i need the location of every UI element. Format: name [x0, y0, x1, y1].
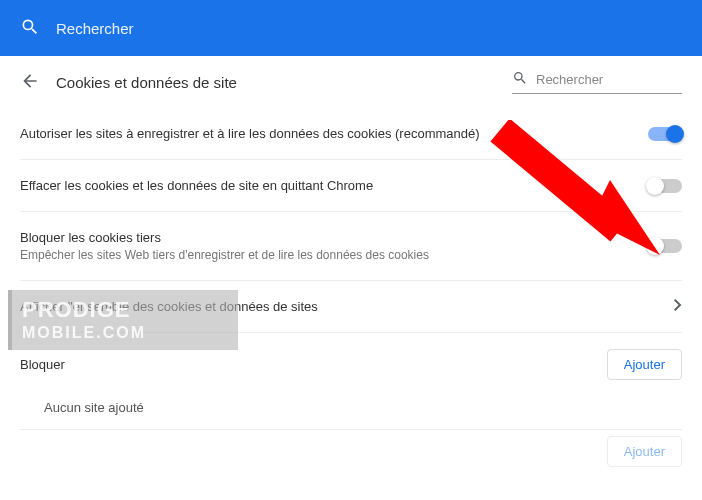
allow-section-header: Ajouter [20, 430, 682, 467]
page-search-input[interactable] [536, 72, 682, 87]
back-arrow-icon[interactable] [20, 71, 40, 94]
setting-row-allow-cookies: Autoriser les sites à enregistrer et à l… [20, 108, 682, 160]
watermark-line2: MOBILE.COM [22, 324, 228, 342]
search-icon [20, 17, 40, 40]
toggle-knob [666, 125, 684, 143]
setting-row-block-third-party: Bloquer les cookies tiers Empêcher les s… [20, 212, 682, 281]
top-search-placeholder: Rechercher [56, 20, 134, 37]
search-icon [512, 70, 528, 89]
watermark: PRODIGE MOBILE.COM [8, 290, 238, 350]
toggle-block-third-party[interactable] [648, 239, 682, 253]
settings-list: Autoriser les sites à enregistrer et à l… [0, 108, 702, 467]
block-section-title: Bloquer [20, 357, 65, 372]
top-search-bar[interactable]: Rechercher [0, 0, 702, 56]
block-list-empty: Aucun site ajouté [20, 386, 682, 429]
toggle-allow-cookies[interactable] [648, 127, 682, 141]
page-title: Cookies et données de site [56, 74, 237, 91]
chevron-right-icon [674, 299, 682, 314]
setting-label: Autoriser les sites à enregistrer et à l… [20, 126, 632, 141]
toggle-clear-on-exit[interactable] [648, 179, 682, 193]
setting-sublabel: Empêcher les sites Web tiers d'enregistr… [20, 248, 632, 262]
setting-label: Effacer les cookies et les données de si… [20, 178, 632, 193]
page-subheader: Cookies et données de site [0, 56, 702, 108]
setting-label: Bloquer les cookies tiers [20, 230, 632, 245]
toggle-knob [646, 237, 664, 255]
watermark-line1: PRODIGE [22, 298, 228, 322]
toggle-knob [646, 177, 664, 195]
setting-row-clear-on-exit: Effacer les cookies et les données de si… [20, 160, 682, 212]
add-allow-button[interactable]: Ajouter [607, 436, 682, 467]
page-search-field[interactable] [512, 70, 682, 94]
add-block-button[interactable]: Ajouter [607, 349, 682, 380]
